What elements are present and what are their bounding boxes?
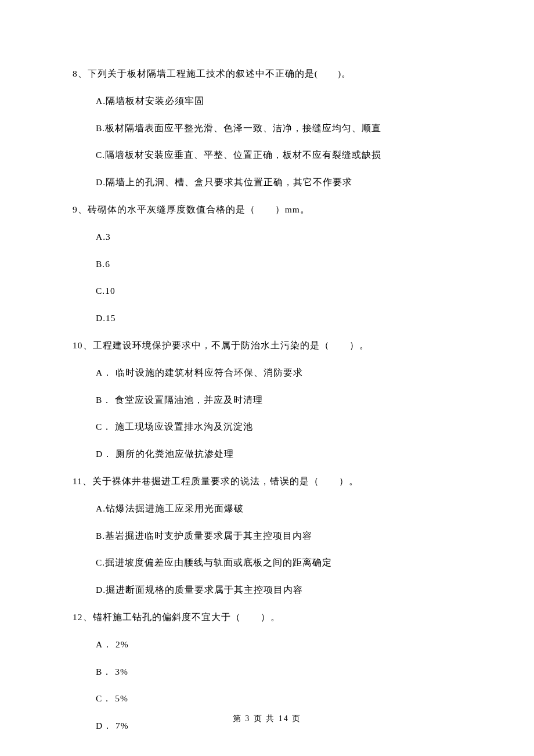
question-stem: 9、砖砌体的水平灰缝厚度数值合格的是（ ）mm。 bbox=[73, 203, 461, 217]
question-options: A． 临时设施的建筑材料应符合环保、消防要求 B． 食堂应设置隔油池，并应及时清… bbox=[73, 366, 461, 462]
page-content: 8、下列关于板材隔墙工程施工技术的叙述中不正确的是( )。 A.隔墙板材安装必须… bbox=[0, 0, 534, 733]
question-options: A.隔墙板材安装必须牢固 B.板材隔墙表面应平整光滑、色泽一致、洁净，接缝应均匀… bbox=[73, 94, 461, 190]
question-options: A.3 B.6 C.10 D.15 bbox=[73, 230, 461, 326]
option-b: B.6 bbox=[96, 257, 461, 272]
option-c: C.10 bbox=[96, 284, 461, 298]
question-stem: 10、工程建设环境保护要求中，不属于防治水土污染的是（ ）。 bbox=[73, 339, 461, 353]
option-b: B． 3% bbox=[96, 665, 461, 679]
option-b: B． 食堂应设置隔油池，并应及时清理 bbox=[96, 393, 461, 408]
option-a: A． 2% bbox=[96, 638, 461, 652]
option-a: A.隔墙板材安装必须牢固 bbox=[96, 94, 461, 109]
option-a: A.3 bbox=[96, 230, 461, 244]
option-a: A． 临时设施的建筑材料应符合环保、消防要求 bbox=[96, 366, 461, 380]
option-c: C． 施工现场应设置排水沟及沉淀池 bbox=[96, 420, 461, 434]
option-d: D.隔墙上的孔洞、槽、盒只要求其位置正确，其它不作要求 bbox=[96, 175, 461, 190]
option-c: C.掘进坡度偏差应由腰线与轨面或底板之间的距离确定 bbox=[96, 556, 461, 570]
option-b: B.板材隔墙表面应平整光滑、色泽一致、洁净，接缝应均匀、顺直 bbox=[96, 121, 461, 136]
option-c: C． 5% bbox=[96, 692, 461, 706]
question-stem: 12、锚杆施工钻孔的偏斜度不宜大于（ ）。 bbox=[73, 610, 461, 625]
question-stem: 8、下列关于板材隔墙工程施工技术的叙述中不正确的是( )。 bbox=[73, 67, 461, 81]
option-b: B.基岩掘进临时支护质量要求属于其主控项目内容 bbox=[96, 529, 461, 543]
option-d: D.15 bbox=[96, 311, 461, 326]
option-d: D.掘进断面规格的质量要求属于其主控项目内容 bbox=[96, 583, 461, 597]
option-a: A.钻爆法掘进施工应采用光面爆破 bbox=[96, 502, 461, 516]
option-d: D． 厕所的化粪池应做抗渗处理 bbox=[96, 447, 461, 462]
option-c: C.隔墙板材安装应垂直、平整、位置正确，板材不应有裂缝或缺损 bbox=[96, 148, 461, 163]
page-footer: 第 3 页 共 14 页 bbox=[0, 714, 534, 724]
question-options: A.钻爆法掘进施工应采用光面爆破 B.基岩掘进临时支护质量要求属于其主控项目内容… bbox=[73, 502, 461, 597]
question-stem: 11、关于裸体井巷掘进工程质量要求的说法，错误的是（ ）。 bbox=[73, 474, 461, 489]
